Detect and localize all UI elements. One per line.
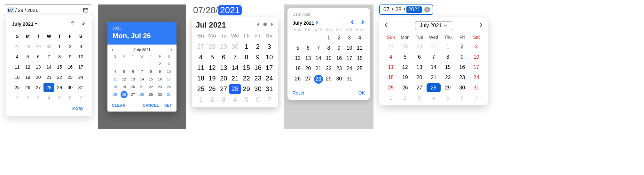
day-cell[interactable]: 24 (469, 73, 483, 82)
input-day[interactable]: 28 (395, 6, 403, 13)
day-cell[interactable]: 8 (54, 52, 65, 61)
day-cell[interactable]: 28 (398, 42, 412, 51)
day-cell[interactable]: 31 (263, 84, 275, 94)
day-cell[interactable]: 2 (252, 41, 264, 52)
day-cell[interactable]: 27 (195, 41, 207, 52)
day-cell[interactable]: 23 (65, 73, 75, 82)
day-cell[interactable]: 23 (155, 83, 164, 90)
day-cell[interactable]: 27 (303, 75, 313, 84)
day-cell[interactable]: 9 (455, 53, 469, 62)
day-cell[interactable]: 2 (455, 42, 469, 51)
day-cell[interactable]: 20 (33, 73, 43, 82)
day-cell[interactable]: 3 (469, 42, 483, 51)
prev-month-button[interactable] (256, 22, 260, 28)
day-cell[interactable]: 29 (218, 41, 229, 52)
month-year-toggle[interactable]: July 2021 (12, 21, 38, 27)
day-cell[interactable]: 13 (303, 54, 313, 63)
day-cell[interactable]: 15 (54, 63, 65, 71)
day-cell[interactable]: 18 (195, 73, 207, 84)
day-cell[interactable]: 17 (164, 76, 173, 83)
day-cell[interactable]: 31 (344, 75, 354, 84)
day-cell[interactable]: 7 (229, 52, 241, 63)
next-month-button[interactable] (80, 20, 86, 27)
day-cell[interactable]: 12 (120, 76, 129, 83)
day-cell[interactable]: 24 (164, 83, 173, 90)
day-cell[interactable]: 5 (441, 94, 455, 103)
date-input[interactable]: 07/28/2021 (192, 4, 278, 16)
day-cell[interactable]: 4 (43, 93, 54, 102)
day-cell[interactable]: 25 (355, 64, 365, 73)
day-cell[interactable]: 9 (252, 52, 264, 63)
day-cell[interactable]: 26 (121, 91, 128, 98)
day-cell[interactable]: 28 (229, 84, 241, 94)
input-year[interactable]: 2021 (406, 6, 422, 13)
day-cell[interactable]: 5 (54, 93, 65, 102)
day-cell[interactable]: 22 (146, 83, 155, 90)
day-cell[interactable]: 6 (303, 44, 313, 52)
day-cell[interactable]: 17 (469, 63, 483, 72)
reset-button[interactable]: Reset (293, 90, 304, 96)
day-cell[interactable]: 27 (12, 42, 22, 51)
day-cell[interactable]: 13 (412, 63, 427, 72)
next-month-button[interactable] (360, 20, 365, 26)
day-cell[interactable]: 3 (344, 34, 354, 42)
day-cell[interactable]: 16 (455, 63, 469, 72)
day-cell[interactable]: 28 (207, 41, 218, 52)
day-cell[interactable]: 27 (33, 83, 43, 92)
day-cell[interactable]: 16 (252, 63, 264, 73)
day-cell[interactable]: 23 (455, 73, 469, 82)
day-cell[interactable]: 3 (164, 60, 173, 67)
day-cell[interactable]: 10 (75, 52, 86, 61)
day-cell[interactable]: 30 (427, 42, 441, 51)
day-cell[interactable]: 29 (54, 83, 65, 92)
day-cell[interactable]: 19 (398, 73, 412, 82)
day-cell[interactable]: 21 (137, 83, 146, 90)
day-cell[interactable]: 2 (65, 42, 75, 51)
day-cell[interactable]: 20 (218, 73, 229, 84)
day-cell[interactable]: 13 (218, 63, 229, 73)
input-day[interactable]: 28 (206, 5, 216, 15)
day-cell[interactable]: 21 (313, 64, 324, 73)
day-cell[interactable]: 6 (455, 94, 469, 103)
clear-button[interactable]: CLEAR (112, 103, 126, 108)
day-cell[interactable]: 27 (384, 42, 398, 51)
day-cell[interactable]: 25 (12, 83, 22, 92)
day-cell[interactable]: 18 (12, 73, 22, 82)
day-cell[interactable]: 28 (427, 83, 441, 92)
day-cell[interactable]: 30 (229, 41, 241, 52)
day-cell[interactable]: 1 (441, 42, 455, 51)
day-cell[interactable]: 3 (75, 42, 86, 51)
day-cell[interactable]: 11 (355, 44, 365, 52)
day-cell[interactable]: 7 (263, 94, 275, 105)
day-cell[interactable]: 5 (398, 53, 412, 62)
day-cell[interactable]: 17 (344, 54, 354, 63)
day-cell[interactable]: 9 (65, 52, 75, 61)
day-cell[interactable]: 4 (427, 94, 441, 103)
day-cell[interactable]: 28 (22, 42, 33, 51)
day-cell[interactable]: 6 (218, 52, 229, 63)
day-cell[interactable]: 7 (137, 68, 146, 75)
day-cell[interactable]: 9 (334, 44, 344, 52)
day-cell[interactable]: 20 (303, 64, 313, 73)
day-cell[interactable]: 21 (43, 73, 54, 82)
day-cell[interactable]: 6 (129, 68, 137, 75)
day-cell[interactable]: 26 (398, 83, 412, 92)
day-cell[interactable]: 22 (54, 73, 65, 82)
today-dot-button[interactable] (263, 22, 267, 28)
day-cell[interactable]: 12 (293, 54, 303, 63)
day-cell[interactable]: 23 (334, 64, 344, 73)
day-cell[interactable]: 30 (252, 84, 264, 94)
day-cell[interactable]: 7 (43, 52, 54, 61)
header-date[interactable]: Mon, Jul 26 (113, 32, 171, 40)
day-cell[interactable]: 30 (455, 83, 469, 92)
day-cell[interactable]: 17 (263, 63, 275, 73)
day-cell[interactable]: 26 (22, 83, 33, 92)
day-cell[interactable]: 18 (384, 73, 398, 82)
day-cell[interactable]: 15 (146, 76, 155, 83)
day-cell[interactable]: 26 (207, 84, 218, 94)
month-year-select[interactable]: July 2021 (415, 21, 452, 30)
day-cell[interactable]: 27 (218, 84, 229, 94)
day-cell[interactable]: 2 (155, 60, 164, 67)
month-year-label[interactable]: Jul 2021 (196, 21, 226, 29)
day-cell[interactable]: 22 (324, 64, 334, 73)
